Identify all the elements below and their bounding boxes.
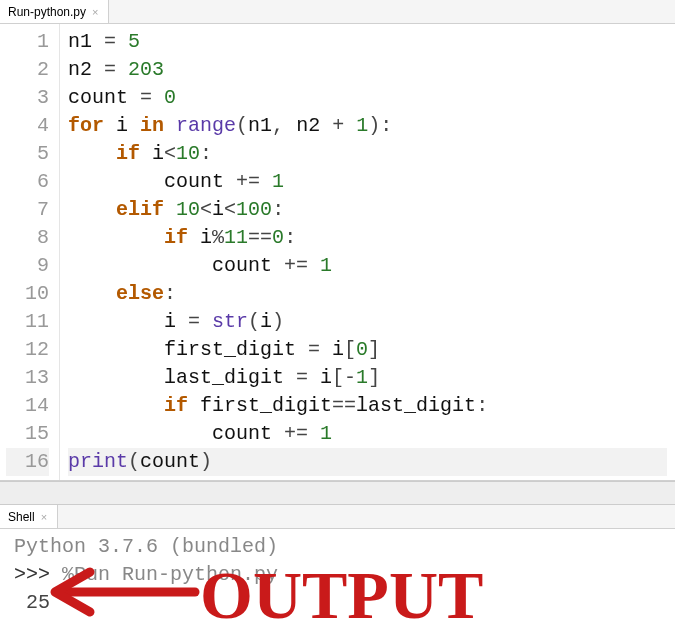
line-number: 6	[6, 168, 49, 196]
code-line: count += 1	[68, 252, 667, 280]
close-icon[interactable]: ×	[39, 511, 49, 523]
shell-banner: Python 3.7.6 (bundled)	[14, 535, 278, 558]
line-number: 4	[6, 112, 49, 140]
line-number: 1	[6, 28, 49, 56]
code-line: count += 1	[68, 168, 667, 196]
line-number: 8	[6, 224, 49, 252]
code-line: n1 = 5	[68, 28, 667, 56]
line-number: 11	[6, 308, 49, 336]
line-number-gutter: 12345678910111213141516	[0, 24, 60, 480]
file-tab[interactable]: Run-python.py ×	[0, 0, 109, 23]
code-line: last_digit = i[-1]	[68, 364, 667, 392]
code-line: for i in range(n1, n2 + 1):	[68, 112, 667, 140]
line-number: 7	[6, 196, 49, 224]
code-line: count = 0	[68, 84, 667, 112]
editor-pane: 12345678910111213141516 n1 = 5n2 = 203co…	[0, 24, 675, 481]
line-number: 2	[6, 56, 49, 84]
code-line: if i<10:	[68, 140, 667, 168]
editor-tab-bar: Run-python.py ×	[0, 0, 675, 24]
line-number: 5	[6, 140, 49, 168]
line-number: 3	[6, 84, 49, 112]
line-number: 15	[6, 420, 49, 448]
line-number: 13	[6, 364, 49, 392]
code-line: else:	[68, 280, 667, 308]
file-tab-label: Run-python.py	[8, 5, 86, 19]
code-line: count += 1	[68, 420, 667, 448]
close-icon[interactable]: ×	[90, 6, 100, 18]
line-number: 10	[6, 280, 49, 308]
shell-tab[interactable]: Shell ×	[0, 505, 58, 528]
line-number: 12	[6, 336, 49, 364]
code-line: elif 10<i<100:	[68, 196, 667, 224]
code-line: i = str(i)	[68, 308, 667, 336]
code-line: if i%11==0:	[68, 224, 667, 252]
pane-divider[interactable]	[0, 481, 675, 505]
shell-pane[interactable]: Python 3.7.6 (bundled) >>> %Run Run-pyth…	[0, 529, 675, 621]
code-line: if first_digit==last_digit:	[68, 392, 667, 420]
code-area[interactable]: n1 = 5n2 = 203count = 0for i in range(n1…	[60, 24, 675, 480]
line-number: 14	[6, 392, 49, 420]
shell-tab-label: Shell	[8, 510, 35, 524]
shell-output: 25	[14, 591, 50, 614]
line-number: 9	[6, 252, 49, 280]
line-number: 16	[6, 448, 49, 476]
shell-prompt: >>>	[14, 563, 62, 586]
shell-command: %Run Run-python.py	[62, 563, 278, 586]
shell-tab-bar: Shell ×	[0, 505, 675, 529]
code-line: first_digit = i[0]	[68, 336, 667, 364]
code-line: print(count)	[68, 448, 667, 476]
code-line: n2 = 203	[68, 56, 667, 84]
